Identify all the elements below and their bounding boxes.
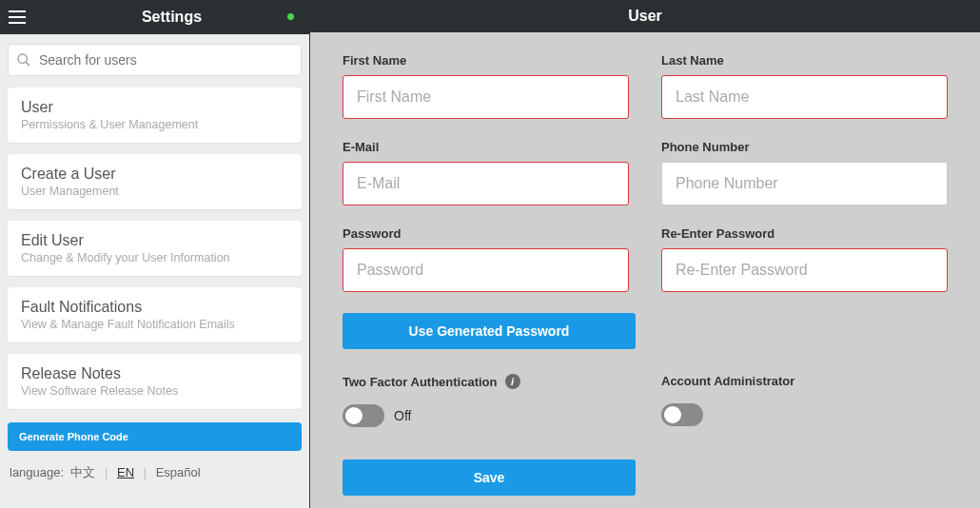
tfa-state: Off <box>394 408 411 423</box>
sidebar-item-create-user[interactable]: Create a User User Management <box>8 154 302 209</box>
search-icon <box>16 52 31 68</box>
admin-label: Account Administrator <box>661 374 948 388</box>
card-title: Fault Notifications <box>21 299 288 316</box>
svg-point-0 <box>18 54 27 63</box>
search-input[interactable] <box>39 52 293 68</box>
card-subtitle: Change & Modify your User Information <box>21 251 288 264</box>
repassword-field[interactable] <box>661 248 948 292</box>
generate-phone-code-button[interactable]: Generate Phone Code <box>8 422 302 451</box>
lang-zh[interactable]: 中文 <box>70 465 95 479</box>
sidebar-item-fault-notifications[interactable]: Fault Notifications View & Manage Fault … <box>8 287 302 342</box>
repassword-label: Re-Enter Password <box>661 226 948 241</box>
sidebar-item-edit-user[interactable]: Edit User Change & Modify your User Info… <box>8 221 302 276</box>
search-input-wrap[interactable] <box>8 44 302 76</box>
tfa-label: Two Factor Authentication i <box>343 374 629 389</box>
sidebar-item-release-notes[interactable]: Release Notes View Software Release Note… <box>8 354 302 409</box>
language-switcher: language: 中文 | EN | Español <box>10 464 300 481</box>
page-title: User <box>628 8 662 25</box>
card-title: Create a User <box>21 166 288 183</box>
email-label: E-Mail <box>343 140 629 154</box>
save-button[interactable]: Save <box>343 459 636 496</box>
sidebar-title: Settings <box>34 9 309 26</box>
card-subtitle: View Software Release Notes <box>21 384 288 398</box>
svg-line-1 <box>26 62 29 66</box>
sidebar-item-user[interactable]: User Permissions & User Management <box>8 88 302 143</box>
password-field[interactable] <box>343 248 629 292</box>
language-label: language: <box>10 465 64 479</box>
phone-label: Phone Number <box>661 140 948 154</box>
first-name-field[interactable] <box>343 75 629 119</box>
card-title: Edit User <box>21 232 288 249</box>
main-header: User <box>310 0 980 32</box>
email-field[interactable] <box>343 162 629 205</box>
last-name-field[interactable] <box>661 75 948 119</box>
info-icon[interactable]: i <box>505 374 520 389</box>
card-subtitle: Permissions & User Management <box>21 118 288 131</box>
tfa-toggle[interactable] <box>343 404 384 427</box>
use-generated-password-button[interactable]: Use Generated Password <box>343 313 636 349</box>
card-title: Release Notes <box>21 365 288 382</box>
card-title: User <box>21 99 288 116</box>
last-name-label: Last Name <box>661 53 948 68</box>
lang-en[interactable]: EN <box>117 465 134 479</box>
phone-field[interactable] <box>661 162 948 205</box>
menu-icon[interactable] <box>0 0 34 34</box>
admin-toggle[interactable] <box>661 403 703 426</box>
sidebar-header: Settings <box>0 0 309 34</box>
card-subtitle: User Management <box>21 185 288 198</box>
status-dot <box>287 13 294 20</box>
first-name-label: First Name <box>343 53 629 68</box>
card-subtitle: View & Manage Fault Notification Emails <box>21 318 288 331</box>
lang-es[interactable]: Español <box>156 465 201 479</box>
password-label: Password <box>343 226 629 241</box>
